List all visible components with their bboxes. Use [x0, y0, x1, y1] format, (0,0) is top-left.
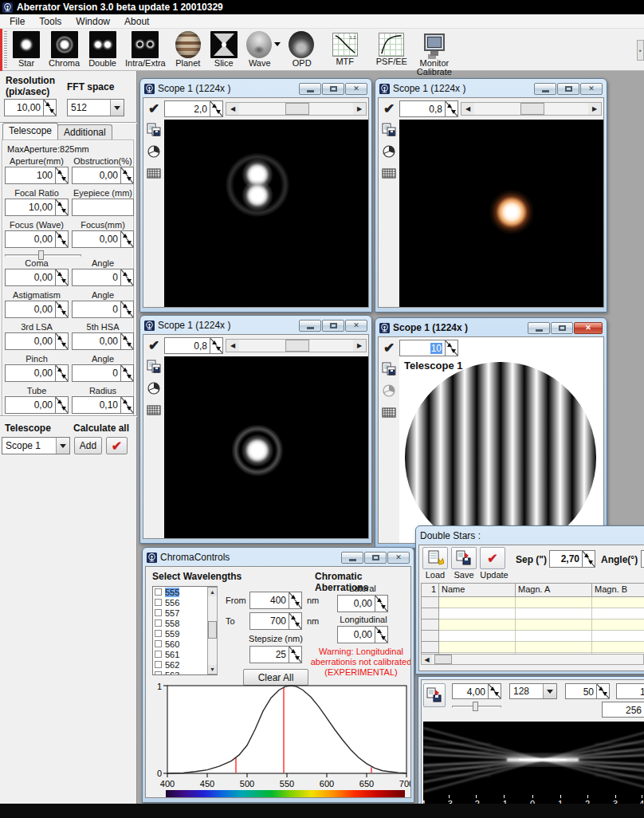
- telescope-select[interactable]: Scope 1: [2, 437, 70, 454]
- slice-mag-spinner[interactable]: 4,00: [452, 683, 501, 699]
- spinner-buttons-icon[interactable]: [375, 627, 387, 643]
- field-input-focus-wave-[interactable]: 0,00: [5, 230, 69, 248]
- scroll-thumb[interactable]: [285, 340, 309, 352]
- table-cell[interactable]: [516, 608, 592, 619]
- chroma-titlebar[interactable]: ChromaControls ✕: [145, 550, 411, 566]
- checkbox-icon[interactable]: [155, 640, 162, 647]
- scope4-freq-spinner[interactable]: 10: [399, 340, 458, 356]
- field-input-pinch[interactable]: 0,00: [5, 364, 69, 382]
- field-input-angle[interactable]: 0: [72, 364, 134, 382]
- tab-telescope[interactable]: Telescope: [2, 123, 58, 140]
- from-spinner[interactable]: 400: [249, 592, 302, 609]
- checkbox-icon[interactable]: [155, 609, 162, 616]
- double-button[interactable]: Double: [87, 30, 118, 69]
- to-spinner[interactable]: 700: [249, 612, 302, 630]
- spinner-buttons-icon[interactable]: [210, 101, 222, 116]
- spinner-buttons-icon[interactable]: [55, 333, 68, 349]
- table-cell[interactable]: [592, 631, 644, 642]
- scroll-right-icon[interactable]: ▶: [353, 103, 366, 115]
- slice-a-spinner[interactable]: 50: [565, 683, 610, 699]
- slice-mag-slider[interactable]: [452, 702, 501, 711]
- scroll-thumb[interactable]: [520, 103, 544, 115]
- checkbox-icon[interactable]: [155, 671, 162, 675]
- spinner-buttons-icon[interactable]: [120, 269, 133, 285]
- minimize-button[interactable]: [528, 322, 550, 334]
- scroll-left-icon[interactable]: ◀: [461, 103, 474, 115]
- slice-size-select[interactable]: 128: [509, 683, 557, 699]
- slice-c-spinner[interactable]: 256: [602, 702, 644, 718]
- table-cell[interactable]: [516, 619, 592, 631]
- minimize-button[interactable]: [299, 83, 321, 95]
- spinner-buttons-icon[interactable]: [445, 101, 457, 116]
- planet-button[interactable]: Planet: [173, 30, 203, 69]
- apply-check-icon[interactable]: ✔: [147, 338, 161, 352]
- longitudinal-spinner[interactable]: 0,00: [337, 626, 388, 643]
- table-cell[interactable]: [439, 631, 516, 642]
- scope2-star-view[interactable]: [399, 120, 603, 307]
- table-cell[interactable]: [592, 642, 644, 653]
- copy-report-icon[interactable]: [147, 360, 161, 374]
- spinner-buttons-icon[interactable]: [596, 684, 609, 698]
- monitor-calibrate-button[interactable]: Monitor Calibrate: [414, 30, 454, 77]
- resolution-spinner[interactable]: 10,00: [4, 99, 57, 116]
- scope4-titlebar[interactable]: Scope 1 (1224x ) ✕: [378, 321, 604, 336]
- field-input-angle[interactable]: 0: [72, 269, 134, 286]
- table-cell[interactable]: [592, 597, 644, 608]
- wave-button[interactable]: Wave: [245, 30, 275, 69]
- star-button[interactable]: Star: [11, 30, 41, 69]
- spinner-buttons-icon[interactable]: [55, 269, 68, 285]
- scope3-star-view[interactable]: [164, 356, 368, 538]
- checkbox-icon[interactable]: [155, 599, 162, 606]
- wave-dropdown-arrow[interactable]: [274, 42, 281, 49]
- spinner-buttons-icon[interactable]: [375, 596, 387, 612]
- checkbox-icon[interactable]: [155, 619, 162, 627]
- tab-additional[interactable]: Additional: [57, 124, 112, 140]
- scroll-down-icon[interactable]: ▼: [208, 665, 217, 674]
- spinner-buttons-icon[interactable]: [210, 338, 222, 353]
- table-cell[interactable]: [592, 608, 644, 619]
- slice-save-button[interactable]: [423, 683, 446, 707]
- spinner-buttons-icon[interactable]: [43, 100, 56, 116]
- field-input-focal-ratio[interactable]: 10,00: [5, 199, 69, 216]
- table-corner-cell[interactable]: 1: [422, 584, 439, 597]
- spinner-buttons-icon[interactable]: [488, 684, 501, 698]
- apply-check-icon[interactable]: ✔: [382, 340, 396, 355]
- calculate-all-button[interactable]: ✔: [106, 437, 128, 454]
- lateral-spinner[interactable]: 0,00: [337, 595, 388, 612]
- row-header-cell[interactable]: [422, 642, 439, 653]
- apply-check-icon[interactable]: ✔: [147, 101, 161, 116]
- scope4-mtf-view[interactable]: Telescope 1: [399, 359, 603, 543]
- double-stars-table[interactable]: 1NameMagn. AMagn. BSep ("): [421, 583, 644, 664]
- toolbar-overflow-button[interactable]: ▪: [637, 40, 644, 61]
- spinner-buttons-icon[interactable]: [120, 231, 133, 247]
- spinner-buttons-icon[interactable]: [55, 167, 68, 183]
- mtf-button[interactable]: MTF: [331, 30, 359, 67]
- spinner-buttons-icon[interactable]: [55, 231, 68, 247]
- scroll-left-icon[interactable]: ◀: [226, 340, 239, 352]
- intra-extra-button[interactable]: Intra/Extra: [124, 30, 167, 69]
- checkbox-icon[interactable]: [155, 661, 162, 668]
- copy-report-icon[interactable]: [382, 362, 396, 376]
- close-button[interactable]: ✕: [574, 322, 603, 334]
- double-stars-titlebar[interactable]: Double Stars :: [418, 529, 644, 545]
- scroll-left-icon[interactable]: ◀: [422, 655, 432, 664]
- scroll-up-icon[interactable]: ▲: [208, 588, 217, 596]
- restore-button[interactable]: [322, 320, 344, 332]
- field-input-astigmatism[interactable]: 0,00: [5, 301, 69, 318]
- restore-button[interactable]: [551, 322, 573, 334]
- spinner-buttons-icon[interactable]: [120, 167, 133, 183]
- grid-view-icon[interactable]: [147, 166, 161, 180]
- through-focus-slice-view[interactable]: -4-3-2-101234: [423, 722, 644, 809]
- table-cell[interactable]: [439, 619, 516, 631]
- spinner-buttons-icon[interactable]: [55, 365, 68, 381]
- scope1-zoom-spinner[interactable]: 2,0: [164, 100, 223, 117]
- field-input-eyepiece-mm-[interactable]: [72, 199, 134, 216]
- minimize-button[interactable]: [341, 552, 363, 564]
- table-cell[interactable]: [439, 642, 516, 653]
- scroll-right-icon[interactable]: ▶: [353, 340, 366, 352]
- minimize-button[interactable]: [299, 320, 321, 332]
- spinner-buttons-icon[interactable]: [445, 340, 457, 356]
- chevron-down-icon[interactable]: [56, 438, 69, 454]
- row-header-cell[interactable]: [422, 619, 439, 631]
- scroll-left-icon[interactable]: ◀: [226, 103, 239, 115]
